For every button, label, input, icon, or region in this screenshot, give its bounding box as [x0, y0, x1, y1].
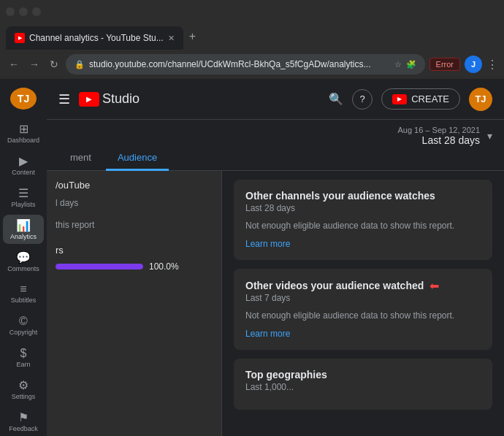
red-arrow-icon: ⬅ [429, 279, 439, 293]
progress-bar-fill [56, 264, 143, 269]
minimize-window-btn[interactable] [19, 7, 28, 16]
window-controls [6, 7, 41, 16]
sidebar-label-copyright: Copyright [9, 329, 38, 336]
tab-close-btn[interactable]: ✕ [168, 34, 175, 43]
top-geographies-card: Top geographies Last 1,000... [234, 359, 492, 410]
browser-more-btn[interactable]: ⋮ [486, 58, 498, 72]
sidebar-label-analytics: Analytics [10, 234, 37, 240]
other-channels-sub: Last 28 days [245, 203, 481, 213]
sidebar-item-dashboard[interactable]: ⊞ Dashboard [3, 118, 44, 148]
other-videos-sub: Last 7 days [245, 293, 481, 303]
studio-text: Studio [102, 91, 140, 107]
other-channels-learn-more[interactable]: Learn more [245, 239, 290, 249]
other-channels-desc: Not enough eligible audience data to sho… [245, 221, 481, 231]
address-bar-row: ← → ↻ 🔒 studio.youtube.com/channel/UCdkW… [0, 50, 504, 79]
date-label: Last 28 days [397, 134, 480, 146]
feedback-icon: ⚑ [18, 410, 28, 424]
sidebar-label-earn: Earn [16, 362, 30, 368]
sidebar-label-settings: Settings [12, 394, 36, 400]
create-yt-icon: ▶ [392, 94, 407, 104]
yt-logo: Studio [79, 91, 140, 107]
left-panel-desc: this report [56, 220, 213, 230]
sidebar-label-content: Content [12, 169, 35, 176]
error-btn[interactable]: Error [429, 58, 460, 71]
progress-bar-bg [56, 264, 143, 269]
yt-icon [79, 92, 99, 107]
date-dropdown-btn[interactable]: ▾ [487, 130, 492, 142]
comments-icon: 💬 [16, 250, 31, 264]
url-text: studio.youtube.com/channel/UCdkWmRcl-Bkh… [89, 59, 390, 69]
back-btn[interactable]: ← [6, 57, 22, 72]
content-area: /ouTube l days this report rs 100.0% [47, 171, 504, 436]
tab-content[interactable]: ment [58, 146, 103, 171]
browser-profile-avatar[interactable]: J [465, 56, 482, 73]
toolbar-icons: Error J ⋮ [429, 56, 498, 73]
sidebar-item-analytics[interactable]: 📊 Analytics [3, 215, 44, 244]
top-geographies-sub: Last 1,000... [245, 382, 481, 392]
progress-row: 100.0% [56, 261, 213, 272]
other-channels-title: Other channels your audience watches [245, 190, 481, 202]
analytics-header: Aug 16 – Sep 12, 2021 Last 28 days ▾ [47, 120, 504, 146]
other-videos-title: Other videos your audience watched [245, 280, 424, 291]
sidebar-avatar[interactable]: TJ [10, 88, 37, 110]
star-icon[interactable]: ☆ [394, 60, 402, 69]
extension-icon[interactable]: 🧩 [406, 60, 416, 69]
settings-icon: ⚙ [18, 378, 28, 392]
close-window-btn[interactable] [6, 7, 15, 16]
sidebar-item-copyright[interactable]: © Copyright [3, 310, 44, 340]
tab-audience[interactable]: Audience [106, 146, 169, 171]
other-videos-title-row: Other videos your audience watched ⬅ [245, 279, 481, 293]
date-info-text: Aug 16 – Sep 12, 2021 Last 28 days [397, 126, 480, 146]
create-btn[interactable]: ▶ CREATE [381, 88, 460, 110]
forward-btn[interactable]: → [26, 57, 42, 72]
sidebar-item-playlists[interactable]: ☰ Playlists [3, 183, 44, 212]
reload-btn[interactable]: ↻ [47, 57, 61, 72]
sidebar-label-playlists: Playlists [11, 202, 35, 208]
sidebar-label-dashboard: Dashboard [7, 137, 39, 144]
active-tab[interactable]: Channel analytics - YouTube Stu... ✕ [6, 26, 183, 50]
new-tab-btn[interactable]: + [183, 26, 202, 47]
right-panel: Other channels your audience watches Las… [222, 171, 504, 436]
maximize-window-btn[interactable] [32, 7, 41, 16]
sidebar-label-feedback: Feedback [9, 426, 38, 432]
section-title: rs [56, 245, 213, 256]
playlists-icon: ☰ [18, 186, 28, 200]
sidebar-label-comments: Comments [7, 266, 39, 272]
sidebar-item-subtitles[interactable]: ≡ Subtitles [3, 278, 44, 307]
content-icon: ▶ [19, 154, 28, 168]
other-videos-desc: Not enough eligible audience data to sho… [245, 310, 481, 321]
tab-bar: Channel analytics - YouTube Stu... ✕ + [0, 23, 504, 50]
main-content: ☰ Studio 🔍 ? ▶ CREATE TJ Aug 16 – Sep 12… [47, 79, 504, 436]
other-videos-learn-more[interactable]: Learn more [245, 329, 290, 339]
tab-title: Channel analytics - YouTube Stu... [29, 33, 164, 43]
hamburger-btn[interactable]: ☰ [58, 91, 70, 107]
analytics-icon: 📊 [16, 218, 31, 232]
user-avatar[interactable]: TJ [469, 88, 492, 111]
sidebar: TJ ⊞ Dashboard ▶ Content ☰ Playlists 📊 A… [0, 79, 47, 436]
topbar-actions: 🔍 ? ▶ CREATE TJ [329, 88, 492, 111]
sidebar-item-earn[interactable]: $ Earn [3, 343, 44, 372]
other-videos-card: Other videos your audience watched ⬅ Las… [234, 269, 492, 350]
search-btn[interactable]: 🔍 [329, 92, 343, 106]
create-label: CREATE [411, 93, 449, 104]
progress-pct: 100.0% [149, 261, 179, 272]
sidebar-item-settings[interactable]: ⚙ Settings [3, 375, 44, 404]
left-panel-title: /ouTube [56, 180, 213, 191]
dashboard-icon: ⊞ [19, 122, 28, 136]
tabs-row: ment Audience [47, 146, 504, 171]
app-container: TJ ⊞ Dashboard ▶ Content ☰ Playlists 📊 A… [0, 79, 504, 436]
tab-favicon [15, 33, 25, 43]
sidebar-item-comments[interactable]: 💬 Comments [3, 247, 44, 276]
app-topbar: ☰ Studio 🔍 ? ▶ CREATE TJ [47, 79, 504, 120]
sidebar-item-content[interactable]: ▶ Content [3, 150, 44, 180]
copyright-icon: © [19, 315, 28, 328]
date-range: Aug 16 – Sep 12, 2021 [397, 126, 480, 134]
subtitles-icon: ≡ [20, 283, 26, 296]
lock-icon: 🔒 [75, 60, 85, 69]
address-bar[interactable]: 🔒 studio.youtube.com/channel/UCdkWmRcl-B… [66, 54, 425, 74]
sidebar-item-feedback[interactable]: ⚑ Feedback [3, 407, 44, 436]
title-bar [0, 0, 504, 23]
left-panel-sub: l days [56, 198, 213, 208]
browser-chrome: Channel analytics - YouTube Stu... ✕ + ←… [0, 0, 504, 79]
help-btn[interactable]: ? [352, 89, 373, 110]
